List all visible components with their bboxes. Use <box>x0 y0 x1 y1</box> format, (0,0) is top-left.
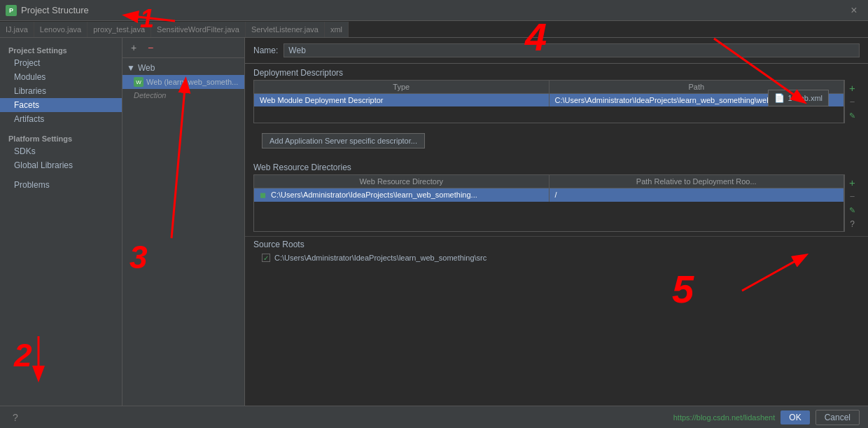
deployment-action-side: + − ✎ <box>844 80 860 123</box>
wr-table: Web Resource Directory Path Relative to … <box>253 174 844 232</box>
source-root-path: C:\Users\Administrator\IdeaProjects\lear… <box>274 254 486 262</box>
remove-descriptor-button[interactable]: − <box>846 95 859 108</box>
tab-sensitive[interactable]: SensitiveWordFilter.java <box>151 22 246 37</box>
sidebar-item-sdks[interactable]: SDKs <box>0 144 122 158</box>
expand-arrow: ▼ <box>127 63 135 73</box>
remove-button[interactable]: − <box>144 41 158 55</box>
web-module-icon: W <box>134 77 144 87</box>
sidebar-divider <box>0 126 122 132</box>
table-row[interactable]: Web Module Deployment Descriptor C:\User… <box>254 94 844 106</box>
middle-panel: + − ▼ Web W Web (learn_web_someth... Det… <box>122 38 245 406</box>
wr-rel-cell: / <box>550 188 844 202</box>
deployment-table-header: Type Path <box>254 81 844 94</box>
csdn-link[interactable]: https://blog.csdn.net/lidashent <box>673 413 776 422</box>
bottom-bar: ? https://blog.csdn.net/lidashent OK Can… <box>0 406 868 428</box>
sidebar-item-problems[interactable]: Problems <box>0 178 122 192</box>
wr-table-row[interactable]: ◼ C:\Users\Administrator\IdeaProjects\le… <box>254 188 844 202</box>
sidebar-item-global-libraries[interactable]: Global Libraries <box>0 158 122 172</box>
source-root-checkbox[interactable]: ✓ <box>262 254 270 262</box>
tree-item-web[interactable]: W Web (learn_web_someth... <box>122 75 244 89</box>
source-root-row: ✓ C:\Users\Administrator\IdeaProjects\le… <box>253 251 860 264</box>
name-label: Name: <box>253 46 278 55</box>
main-layout: Project Settings Project Modules Librari… <box>0 38 868 406</box>
sidebar-item-facets[interactable]: Facets <box>0 98 122 112</box>
tree-section-web[interactable]: ▼ Web <box>122 61 244 75</box>
edit-wr-button[interactable]: ✎ <box>846 204 859 216</box>
wr-dir-header: Web Resource Directory <box>254 175 550 188</box>
bottom-right: https://blog.csdn.net/lidashent OK Cance… <box>673 410 860 425</box>
tab-proxy[interactable]: proxy_test.java <box>88 22 151 37</box>
sidebar-divider2 <box>0 172 122 178</box>
detection-label: Detection <box>122 89 244 102</box>
tab-bar: IJ.java Lenovo.java proxy_test.java Sens… <box>0 21 868 38</box>
web-resource-title: Web Resource Directories <box>245 158 868 174</box>
name-row: Name: <box>245 38 868 64</box>
project-settings-title: Project Settings <box>0 43 122 56</box>
wr-action-side: + − ✎ ? <box>844 174 860 232</box>
platform-settings-title: Platform Settings <box>0 132 122 144</box>
app-icon: P <box>6 5 17 16</box>
help-button[interactable]: ? <box>8 410 22 424</box>
add-button[interactable]: + <box>127 41 141 55</box>
source-roots-title: Source Roots <box>253 240 860 251</box>
deployment-table: Type Path Web Module Deployment Descript… <box>253 80 844 123</box>
middle-toolbar: + − <box>122 38 244 58</box>
help-wr-button[interactable]: ? <box>846 218 859 230</box>
tab-ij[interactable]: IJ.java <box>0 22 34 37</box>
bottom-left: ? <box>8 410 22 424</box>
name-input[interactable] <box>284 43 860 57</box>
wr-table-header: Web Resource Directory Path Relative to … <box>254 175 844 188</box>
wr-table-wrapper: Web Resource Directory Path Relative to … <box>253 174 860 232</box>
source-roots-section: Source Roots ✓ C:\Users\Administrator\Id… <box>245 236 868 264</box>
tooltip-label: 1 web.xml <box>788 94 822 102</box>
sidebar-item-artifacts[interactable]: Artifacts <box>0 112 122 126</box>
wr-rel-header: Path Relative to Deployment Roo... <box>550 175 844 188</box>
add-descriptor-button[interactable]: + <box>846 81 859 94</box>
sidebar-item-project[interactable]: Project <box>0 56 122 70</box>
sidebar-item-libraries[interactable]: Libraries <box>0 84 122 98</box>
middle-tree: ▼ Web W Web (learn_web_someth... Detecti… <box>122 58 244 406</box>
add-server-wrapper: Add Application Server specific descript… <box>245 123 868 158</box>
deployment-descriptors-title: Deployment Descriptors <box>245 64 868 80</box>
add-wr-button[interactable]: + <box>846 176 859 188</box>
dialog-title: Project Structure <box>21 5 89 15</box>
edit-descriptor-button[interactable]: ✎ <box>846 109 859 122</box>
tab-lenovo[interactable]: Lenovo.java <box>34 22 88 37</box>
close-button[interactable]: × <box>847 4 861 18</box>
tab-servlet[interactable]: ServletListener.java <box>246 22 325 37</box>
remove-wr-button[interactable]: − <box>846 190 859 202</box>
type-cell: Web Module Deployment Descriptor <box>254 94 550 106</box>
sidebar-item-modules[interactable]: Modules <box>0 70 122 84</box>
cancel-button[interactable]: Cancel <box>816 410 860 425</box>
type-header: Type <box>254 81 550 93</box>
tab-xml[interactable]: xml <box>325 22 349 37</box>
sidebar: Project Settings Project Modules Librari… <box>0 38 122 406</box>
file-icon: 📄 <box>774 93 785 103</box>
title-bar: P Project Structure × <box>0 0 868 21</box>
ok-button[interactable]: OK <box>780 410 809 424</box>
tooltip-popup: 📄 1 web.xml <box>768 90 829 106</box>
wr-dir-cell: ◼ C:\Users\Administrator\IdeaProjects\le… <box>254 188 550 202</box>
add-server-button[interactable]: Add Application Server specific descript… <box>262 133 425 149</box>
